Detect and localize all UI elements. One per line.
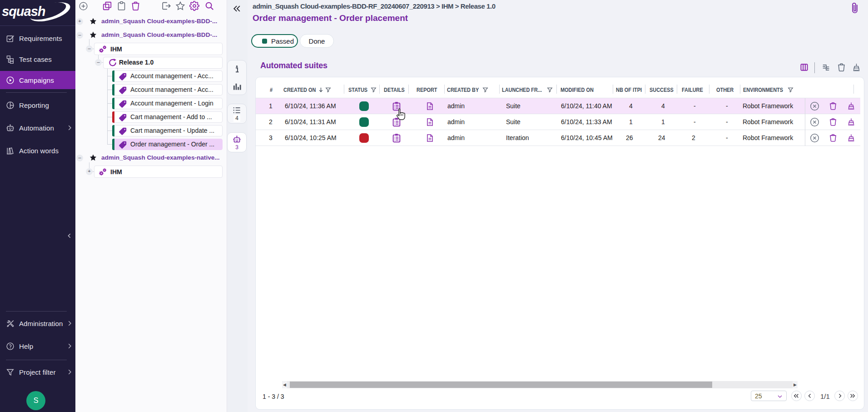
svg-text:squash: squash — [2, 4, 45, 19]
